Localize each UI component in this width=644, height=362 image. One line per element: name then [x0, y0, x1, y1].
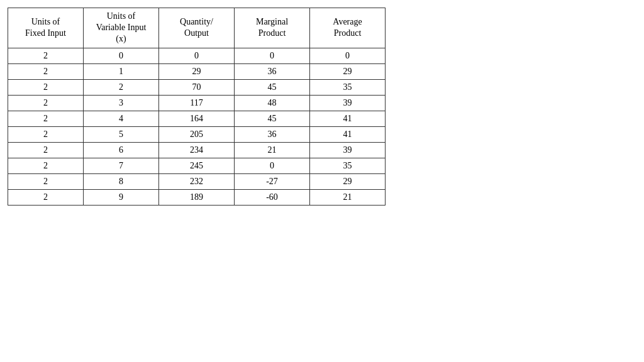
cell-quantity: 29: [159, 63, 235, 79]
cell-fixed-input: 2: [8, 63, 84, 79]
table-row: 21293629: [8, 63, 386, 79]
header-marginal-product: MarginalProduct: [235, 8, 310, 48]
cell-variable-input: 4: [84, 111, 159, 126]
table-row: 29189-6021: [8, 189, 386, 205]
header-average-product: AverageProduct: [310, 8, 386, 48]
cell-average-product: 39: [310, 95, 386, 111]
cell-fixed-input: 2: [8, 79, 84, 95]
table-row: 28232-2729: [8, 173, 386, 189]
cell-fixed-input: 2: [8, 48, 84, 63]
cell-marginal-product: 45: [235, 111, 310, 126]
cell-marginal-product: 0: [235, 158, 310, 173]
cell-quantity: 164: [159, 111, 235, 126]
table-container: Units ofFixed Input Units ofVariable Inp…: [8, 8, 386, 206]
cell-marginal-product: 45: [235, 79, 310, 95]
cell-variable-input: 9: [84, 189, 159, 205]
cell-average-product: 41: [310, 111, 386, 126]
cell-marginal-product: -60: [235, 189, 310, 205]
header-fixed-input: Units ofFixed Input: [8, 8, 84, 48]
cell-fixed-input: 2: [8, 142, 84, 158]
cell-quantity: 232: [159, 173, 235, 189]
cell-average-product: 29: [310, 63, 386, 79]
cell-average-product: 21: [310, 189, 386, 205]
table-row: 231174839: [8, 95, 386, 111]
production-table: Units ofFixed Input Units ofVariable Inp…: [8, 8, 386, 206]
cell-marginal-product: 21: [235, 142, 310, 158]
cell-average-product: 39: [310, 142, 386, 158]
cell-quantity: 70: [159, 79, 235, 95]
cell-quantity: 0: [159, 48, 235, 63]
cell-quantity: 205: [159, 126, 235, 142]
cell-fixed-input: 2: [8, 111, 84, 126]
cell-marginal-product: 36: [235, 126, 310, 142]
cell-variable-input: 3: [84, 95, 159, 111]
cell-marginal-product: 48: [235, 95, 310, 111]
cell-average-product: 41: [310, 126, 386, 142]
cell-quantity: 245: [159, 158, 235, 173]
cell-marginal-product: 36: [235, 63, 310, 79]
cell-variable-input: 2: [84, 79, 159, 95]
cell-variable-input: 5: [84, 126, 159, 142]
cell-average-product: 0: [310, 48, 386, 63]
cell-marginal-product: 0: [235, 48, 310, 63]
cell-fixed-input: 2: [8, 158, 84, 173]
cell-average-product: 35: [310, 158, 386, 173]
cell-fixed-input: 2: [8, 95, 84, 111]
cell-variable-input: 0: [84, 48, 159, 63]
table-row: 262342139: [8, 142, 386, 158]
cell-quantity: 117: [159, 95, 235, 111]
table-row: 252053641: [8, 126, 386, 142]
cell-marginal-product: -27: [235, 173, 310, 189]
header-variable-input: Units ofVariable Input(x): [84, 8, 159, 48]
table-row: 22704535: [8, 79, 386, 95]
header-quantity-output: Quantity/Output: [159, 8, 235, 48]
cell-quantity: 189: [159, 189, 235, 205]
cell-fixed-input: 2: [8, 189, 84, 205]
cell-average-product: 29: [310, 173, 386, 189]
cell-average-product: 35: [310, 79, 386, 95]
cell-variable-input: 8: [84, 173, 159, 189]
table-row: 241644541: [8, 111, 386, 126]
table-row: 20000: [8, 48, 386, 63]
cell-fixed-input: 2: [8, 126, 84, 142]
cell-variable-input: 6: [84, 142, 159, 158]
cell-fixed-input: 2: [8, 173, 84, 189]
cell-variable-input: 7: [84, 158, 159, 173]
cell-variable-input: 1: [84, 63, 159, 79]
cell-quantity: 234: [159, 142, 235, 158]
table-row: 27245035: [8, 158, 386, 173]
